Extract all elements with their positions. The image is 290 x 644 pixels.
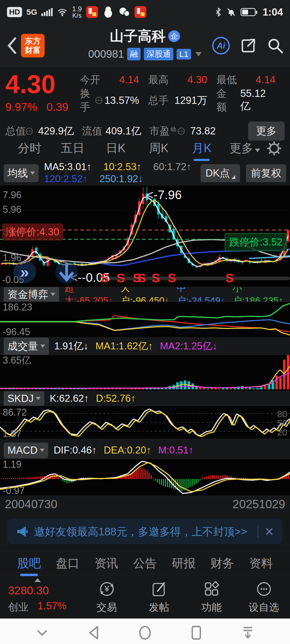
- tab-announcements[interactable]: 公告: [126, 553, 164, 574]
- ma-indicator-row: 均线 MA5:3.01↑ 10:2.53↑ 60:1.72↑ 120:2.52↑…: [0, 161, 290, 185]
- tab-financials[interactable]: 财务: [203, 553, 242, 574]
- dk-point-button[interactable]: DK点: [201, 164, 240, 182]
- status-right: 1:04: [215, 6, 283, 18]
- end-date: 20251029: [233, 497, 285, 513]
- add-watchlist-button[interactable]: 设自选: [238, 580, 290, 614]
- skdj-indicator-header: SKDJ K:62.62↑ D:52.76↑: [0, 391, 290, 406]
- nav-more-button[interactable]: [240, 625, 255, 641]
- main-kline-chart[interactable]: 7.96 5.96 3.96 1.96 -0.05 涨停价:4.30 跌停价:3…: [0, 185, 290, 287]
- grid-icon: [203, 580, 220, 598]
- megaphone-icon: [16, 525, 30, 539]
- stock-code: 000981: [88, 48, 124, 60]
- hide-navbar-chevron[interactable]: [35, 627, 50, 638]
- status-left: HD 5G 1.9K/s: [7, 5, 146, 19]
- skdj-dropdown-button[interactable]: SKDJ: [4, 391, 44, 407]
- stat-total-cap-value: 429.9亿: [38, 124, 74, 138]
- date-axis: 20040730 20251029: [0, 496, 290, 513]
- promo-banner[interactable]: 邀好友领最高188元，多邀多得，上不封顶>>: [8, 519, 282, 544]
- skdj-chart[interactable]: 86.72 1.87 80 50 20: [0, 406, 290, 439]
- tab-monthly-k[interactable]: 月K: [180, 137, 223, 160]
- trade-yuan-icon: ¥: [98, 580, 116, 598]
- trade-button[interactable]: ¥ 交易: [81, 580, 133, 614]
- stock-title-block[interactable]: 山子高科 企 000981 融 深股通 L1: [88, 27, 202, 60]
- circle-ellipsis-icon: [255, 580, 273, 598]
- index-value: 3280.30: [8, 584, 81, 597]
- chevron-down-icon: [50, 293, 55, 296]
- wifi-icon: [57, 8, 68, 17]
- macd-m-value: M:0.51↑: [158, 445, 194, 456]
- divider: [258, 526, 258, 537]
- svg-text:¥: ¥: [104, 584, 109, 594]
- tab-daily-k[interactable]: 日K: [94, 137, 137, 160]
- promo-app-icon-2: [135, 6, 146, 18]
- change-percent: 9.97%: [5, 101, 37, 114]
- fund-battle-chart[interactable]: 186.23 -96.45: [0, 302, 290, 338]
- hd-badge: HD: [7, 7, 22, 17]
- promo-app-icon: [86, 6, 98, 18]
- index-quote-block[interactable]: 3280.30 创业 1.57%: [0, 580, 81, 614]
- macd-dif-value: DIF:0.46↑: [54, 445, 97, 456]
- expand-chart-button[interactable]: »: [13, 261, 36, 283]
- tab-research[interactable]: 研报: [164, 553, 203, 574]
- expand-triangle-icon: [34, 578, 41, 582]
- battery-icon: [241, 8, 256, 16]
- system-navbar: [0, 619, 290, 644]
- scroll-down-button[interactable]: [55, 261, 78, 284]
- volume-chart[interactable]: 3.65亿: [0, 355, 290, 391]
- volume-value: 1.91亿↓: [54, 339, 89, 353]
- margin-tag: 融: [127, 48, 141, 60]
- chevron-down-icon: [36, 397, 41, 400]
- index-change: 1.57%: [38, 600, 67, 614]
- banner-area: 邀好友领最高188元，多邀多得，上不封顶>>: [0, 513, 290, 551]
- stat-turnover-rate: 换手13.57%: [80, 87, 148, 114]
- chevron-down-icon: [40, 449, 45, 452]
- connect-tag: 深股通: [144, 48, 173, 60]
- macd-dropdown-button[interactable]: MACD: [4, 442, 48, 458]
- chevron-down-icon: [40, 345, 45, 348]
- ma60-value: 60:1.72↑: [153, 161, 191, 173]
- tab-5day[interactable]: 五日: [51, 137, 94, 160]
- enterprise-badge[interactable]: 企: [168, 30, 180, 42]
- tab-more-periods[interactable]: 更多: [223, 137, 266, 160]
- volume-dropdown-button[interactable]: 成交量: [4, 337, 49, 355]
- ai-assistant-button[interactable]: Ai: [212, 37, 230, 54]
- corner-icon: [231, 175, 235, 179]
- quote-panel: 4.30 9.97% 0.39 今开4.14 最高4.30 最低4.14 换手1…: [0, 67, 290, 136]
- info-icon[interactable]: [95, 97, 102, 104]
- nav-recents-button[interactable]: [190, 625, 203, 641]
- info-icon[interactable]: [178, 128, 185, 135]
- back-button[interactable]: [6, 37, 17, 54]
- tab-news[interactable]: 资讯: [87, 553, 126, 574]
- status-bar: HD 5G 1.9K/s: [0, 0, 290, 24]
- qq-icon: [102, 6, 114, 18]
- banner-text: 邀好友领最高188元，多邀多得，上不封顶>>: [30, 524, 252, 539]
- close-icon[interactable]: [264, 526, 274, 537]
- features-button[interactable]: 功能: [185, 580, 238, 614]
- wechat-icon: [118, 6, 130, 18]
- nav-back-button[interactable]: [87, 625, 100, 640]
- tab-order-book[interactable]: 盘口: [48, 553, 87, 574]
- share-icon[interactable]: [240, 37, 257, 54]
- tab-minute[interactable]: 分时: [8, 137, 51, 160]
- fund-indicator-header: 资金博弈 超大:-65.205↓ 大户:-96.450↓ 中户:-24.549↓…: [0, 287, 290, 302]
- chevron-down-icon[interactable]: [195, 52, 202, 56]
- tab-profile[interactable]: 资料: [242, 553, 280, 574]
- info-icon[interactable]: [26, 128, 33, 135]
- tab-weekly-k[interactable]: 周K: [137, 137, 180, 160]
- bluetooth-icon: [215, 7, 222, 17]
- period-tab-bar: 分时 五日 日K 周K 月K 更多: [0, 136, 290, 161]
- chart-settings-gear-icon[interactable]: [266, 141, 282, 156]
- nav-home-button[interactable]: [137, 625, 153, 641]
- pe-dynamic-sup: 动: [170, 125, 176, 133]
- forward-adjust-button[interactable]: 前复权: [246, 164, 286, 182]
- tab-stock-forum[interactable]: 股吧: [10, 553, 48, 574]
- search-icon[interactable]: [267, 37, 284, 54]
- eastmoney-logo: 东方财富: [21, 34, 45, 57]
- post-button[interactable]: 发帖: [133, 580, 185, 614]
- stock-name: 山子高科: [110, 27, 166, 46]
- ma250-value: 250:1.92↓: [100, 173, 143, 185]
- fund-dropdown-button[interactable]: 资金博弈: [4, 286, 59, 303]
- ma-dropdown-button[interactable]: 均线: [4, 164, 39, 182]
- volume-indicator-header: 成交量 1.91亿↓ MA1:1.62亿↑ MA2:1.25亿↓: [0, 338, 290, 355]
- macd-chart[interactable]: 1.19 -0.97: [0, 459, 290, 496]
